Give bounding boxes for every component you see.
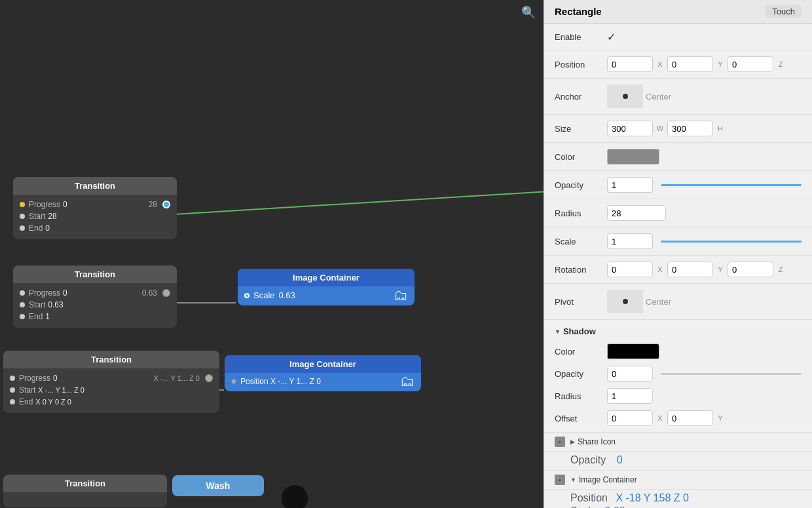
touch-button[interactable]: Touch bbox=[766, 5, 802, 18]
radius-section: Radius bbox=[544, 199, 812, 227]
h-axis-label: H bbox=[716, 125, 725, 132]
shadow-offset-y-input[interactable] bbox=[667, 410, 713, 426]
pivot-label: Pivot bbox=[555, 297, 607, 307]
shadow-radius-label: Radius bbox=[555, 391, 607, 401]
position-z-input[interactable] bbox=[728, 56, 773, 72]
position-section: Position X Y Z bbox=[544, 50, 812, 79]
canvas-area: 🔍 Transition Progress 0 28 Start bbox=[0, 0, 544, 508]
position-y-input[interactable] bbox=[667, 56, 713, 72]
radius-input[interactable] bbox=[607, 205, 666, 221]
shadow-radius-input[interactable] bbox=[607, 388, 653, 404]
enable-check[interactable]: ✓ bbox=[607, 31, 616, 43]
image-container-node-1: Image Container Scale 0.63 🗂 bbox=[238, 269, 415, 305]
shadow-title: Shadow bbox=[563, 326, 596, 336]
image-container-folder: ▪ bbox=[555, 475, 565, 485]
shadow-opacity-label: Opacity bbox=[555, 369, 607, 379]
size-label: Size bbox=[555, 124, 607, 134]
share-opacity-val: 0 bbox=[617, 454, 623, 465]
z-axis-label: Z bbox=[776, 60, 785, 68]
black-circle bbox=[282, 485, 308, 508]
opacity-section: Opacity bbox=[544, 171, 812, 199]
scale-slider[interactable] bbox=[661, 241, 802, 243]
transition-node-2: Transition Progress 0 0.63 Start 0.63 En… bbox=[13, 265, 177, 328]
x-axis-label: X bbox=[655, 60, 665, 68]
transition-node-1: Transition Progress 0 28 Start 28 End 0 bbox=[13, 177, 177, 239]
rotation-section: Rotation X Y Z bbox=[544, 256, 812, 284]
opacity-slider[interactable] bbox=[661, 184, 802, 186]
image-container-arrow: ▼ bbox=[570, 477, 576, 483]
color-label: Color bbox=[555, 152, 607, 162]
scale-label: Scale bbox=[555, 237, 607, 246]
shadow-opacity-input[interactable] bbox=[607, 366, 653, 381]
anchor-section: Anchor Center bbox=[544, 79, 812, 115]
tree-image-container[interactable]: ▪ ▼ Image Container bbox=[544, 471, 812, 490]
color-section: Color bbox=[544, 143, 812, 171]
radius-label: Radius bbox=[555, 208, 607, 218]
transition-node-3: Transition Progress 0 X -... Y 1... Z 0 … bbox=[3, 351, 219, 413]
share-icon-arrow: ▶ bbox=[570, 439, 575, 445]
opacity-label: Opacity bbox=[555, 180, 607, 190]
search-icon[interactable]: 🔍 bbox=[521, 5, 536, 20]
rotation-z-input[interactable] bbox=[728, 262, 773, 277]
shadow-offset-label: Offset bbox=[555, 414, 607, 423]
anchor-label: Anchor bbox=[555, 92, 607, 102]
shadow-section: ▼ Shadow Color Opacity Radius bbox=[544, 320, 812, 433]
shadow-offset-x-input[interactable] bbox=[607, 410, 653, 426]
image-container-label: Image Container bbox=[579, 475, 637, 484]
share-icon-folder: ▪ bbox=[555, 437, 565, 447]
tree-share-icon[interactable]: ▪ ▶ Share Icon bbox=[544, 433, 812, 452]
connector-lines bbox=[0, 0, 544, 508]
panel-title: Rectangle bbox=[555, 6, 602, 17]
scale-input[interactable] bbox=[607, 233, 653, 249]
image-container-props: Position X -18 Y 158 Z 0 Scale 0.63 bbox=[544, 490, 812, 508]
anchor-grid[interactable] bbox=[607, 85, 643, 108]
enable-section: Enable ✓ bbox=[544, 24, 812, 50]
image-container-node-2: Image Container Position X -... Y 1... Z… bbox=[225, 355, 421, 391]
shadow-color-swatch[interactable] bbox=[607, 343, 659, 359]
rotation-label: Rotation bbox=[555, 265, 607, 275]
img-position-key: Position bbox=[570, 492, 608, 503]
color-swatch[interactable] bbox=[607, 149, 659, 165]
shadow-opacity-slider[interactable] bbox=[661, 373, 802, 375]
anchor-text: Center bbox=[646, 92, 671, 102]
size-h-input[interactable] bbox=[667, 121, 713, 136]
share-icon-props: Opacity 0 bbox=[544, 452, 812, 471]
shadow-triangle-icon: ▼ bbox=[555, 328, 561, 335]
img-scale-key: Scale bbox=[570, 505, 597, 508]
transition-node-2-header: Transition bbox=[13, 265, 177, 283]
size-w-input[interactable] bbox=[607, 121, 653, 136]
shadow-toggle[interactable]: ▼ Shadow bbox=[544, 322, 812, 340]
shadow-color-label: Color bbox=[555, 347, 607, 357]
share-opacity-key: Opacity bbox=[570, 454, 606, 465]
wash-node: Wash bbox=[172, 475, 264, 496]
scale-section: Scale bbox=[544, 227, 812, 256]
pivot-grid[interactable] bbox=[607, 290, 643, 313]
pivot-text: Center bbox=[646, 297, 671, 307]
img-scale-val: 0.63 bbox=[604, 505, 625, 508]
transition-node-4: Transition bbox=[3, 475, 167, 507]
position-label: Position bbox=[555, 60, 607, 69]
panel-header: Rectangle Touch bbox=[544, 0, 812, 24]
right-panel: Rectangle Touch Enable ✓ Position X Y Z bbox=[544, 0, 812, 508]
pivot-section: Pivot Center bbox=[544, 284, 812, 320]
enable-label: Enable bbox=[555, 32, 607, 42]
opacity-input[interactable] bbox=[607, 177, 653, 193]
rotation-x-input[interactable] bbox=[607, 262, 653, 277]
share-icon-label: Share Icon bbox=[578, 437, 616, 446]
img-position-val: X -18 Y 158 Z 0 bbox=[616, 492, 688, 503]
size-section: Size W H bbox=[544, 115, 812, 143]
svg-line-0 bbox=[162, 191, 544, 215]
position-x-input[interactable] bbox=[607, 56, 653, 72]
y-axis-label: Y bbox=[716, 60, 725, 68]
transition-node-1-header: Transition bbox=[13, 177, 177, 195]
w-axis-label: W bbox=[655, 125, 665, 132]
rotation-y-input[interactable] bbox=[667, 262, 713, 277]
